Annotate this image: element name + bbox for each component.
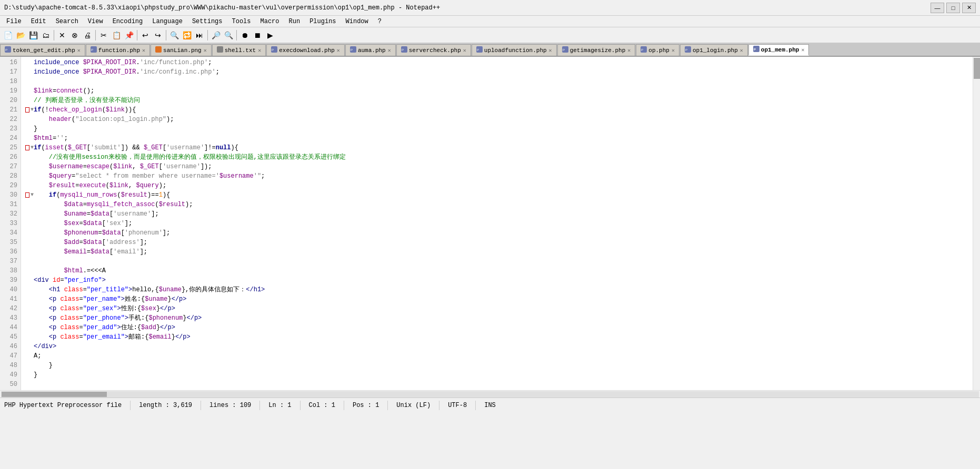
fold-marker-43 — [25, 313, 34, 323]
replace-btn[interactable]: 🔁 — [181, 29, 193, 41]
tab-6[interactable]: Pservercheck.php✕ — [396, 44, 471, 56]
code-content-24: $html=''; — [34, 134, 68, 143]
macro-stop-btn[interactable]: ⏹ — [252, 29, 263, 41]
tab-close-2[interactable]: ✕ — [204, 47, 207, 54]
menu-edit[interactable]: Edit — [27, 17, 51, 26]
find-btn[interactable]: 🔍 — [168, 29, 180, 41]
tab-9[interactable]: Pop.php✕ — [636, 44, 679, 56]
tab-close-5[interactable]: ✕ — [388, 47, 391, 54]
titlebar-title: D:\study\apache-tomcat-8.5.33\xiaopi\php… — [4, 4, 440, 12]
tab-close-1[interactable]: ✕ — [142, 47, 145, 54]
code-content-41: <p class="per_name">姓名:{$uname}</p> — [34, 294, 187, 304]
menu-language[interactable]: Language — [148, 17, 187, 26]
fold-marker-40 — [25, 285, 34, 294]
toolbar-sep3 — [137, 30, 137, 40]
fold-marker-16 — [25, 58, 34, 67]
tab-close-7[interactable]: ✕ — [549, 47, 552, 54]
code-content-27: $username=escape($link, $_GET['username'… — [34, 162, 212, 171]
tab-close-8[interactable]: ✕ — [627, 47, 631, 54]
tab-7[interactable]: Puploadfunction.php✕ — [472, 44, 557, 56]
open-button[interactable]: 📂 — [15, 29, 26, 41]
fold-marker-30[interactable]: ▼ — [25, 190, 34, 200]
menu-file[interactable]: File — [2, 17, 26, 26]
menu-settings[interactable]: Settings — [188, 17, 227, 26]
tab-3[interactable]: shell.txt✕ — [212, 44, 266, 56]
ins-label: INS — [484, 402, 496, 409]
menu-run[interactable]: Run — [285, 17, 305, 26]
new-button[interactable]: 📄 — [2, 29, 14, 41]
code-content-21: if(!check_op_login($link)){ — [34, 105, 136, 115]
tab-close-10[interactable]: ✕ — [740, 47, 743, 54]
line-num-38: 38 — [0, 266, 21, 276]
redo-btn[interactable]: ↪ — [152, 29, 164, 41]
tab-1[interactable]: Pfunction.php✕ — [86, 44, 150, 56]
code-content-44: <p class="per_add">住址:{$add}</p> — [34, 323, 175, 332]
right-scrollbar[interactable] — [973, 57, 980, 390]
menu-search[interactable]: Search — [52, 17, 83, 26]
titlebar: D:\study\apache-tomcat-8.5.33\xiaopi\php… — [0, 0, 980, 16]
svg-text:P: P — [351, 48, 353, 52]
hscroll-thumb[interactable] — [2, 392, 107, 397]
tab-5[interactable]: Pauma.php✕ — [345, 44, 396, 56]
tab-2[interactable]: sanLian.png✕ — [151, 44, 212, 56]
tab-10[interactable]: Pop1_login.php✕ — [680, 44, 748, 56]
code-area[interactable]: include_once $PIKA_ROOT_DIR.'inc/functio… — [21, 57, 973, 390]
fold-marker-17 — [25, 67, 34, 77]
code-line-21: ▼if(!check_op_login($link)){ — [25, 105, 973, 115]
breakpoint-marker[interactable] — [25, 192, 29, 198]
copy-btn[interactable]: 📋 — [111, 29, 122, 41]
tab-label-4: execdownload.php — [279, 47, 335, 54]
code-content-45: <p class="per_email">邮箱:{$email}</p> — [34, 332, 191, 342]
tab-close-9[interactable]: ✕ — [672, 47, 675, 54]
tab-4[interactable]: Pexecdownload.php✕ — [266, 44, 345, 56]
svg-text:P: P — [402, 48, 404, 52]
bottom-scrollbar[interactable] — [0, 390, 980, 397]
tab-icon-1: P — [91, 46, 97, 54]
paste-btn[interactable]: 📌 — [123, 29, 135, 41]
save-all-button[interactable]: 🗂 — [40, 29, 52, 41]
fold-marker-21[interactable]: ▼ — [25, 105, 34, 115]
menu-encoding[interactable]: Encoding — [108, 17, 147, 26]
print-btn[interactable]: 🖨 — [82, 29, 93, 41]
tab-label-6: servercheck.php — [409, 47, 461, 54]
code-line-18 — [25, 77, 973, 86]
tab-11[interactable]: Pop1_mem.php✕ — [748, 44, 809, 56]
line-num-45: 45 — [0, 332, 21, 342]
fold-marker-28 — [25, 171, 34, 181]
breakpoint-marker[interactable] — [25, 145, 29, 150]
tab-close-6[interactable]: ✕ — [463, 47, 466, 54]
zoom-in-btn[interactable]: 🔎 — [210, 29, 222, 41]
code-line-50 — [25, 380, 973, 389]
line-num-40: 40 — [0, 285, 21, 294]
tab-label-9: op.php — [648, 47, 669, 54]
tab-close-3[interactable]: ✕ — [258, 47, 261, 54]
tab-0[interactable]: Ptoken_get_edit.php✕ — [0, 44, 85, 56]
cut-btn[interactable]: ✂ — [98, 29, 109, 41]
maximize-button[interactable]: □ — [946, 3, 960, 13]
fold-marker-44 — [25, 323, 34, 332]
menu-plugins[interactable]: Plugins — [305, 17, 340, 26]
undo-btn[interactable]: ↩ — [139, 29, 151, 41]
minimize-button[interactable]: — — [931, 3, 944, 13]
menu-tools[interactable]: Tools — [227, 17, 255, 26]
close-all-btn[interactable]: ⊗ — [69, 29, 81, 41]
close-button[interactable]: ✕ — [962, 3, 976, 13]
tab-close-4[interactable]: ✕ — [337, 47, 340, 54]
tab-close-0[interactable]: ✕ — [77, 47, 81, 54]
zoom-out-btn[interactable]: 🔍 — [223, 29, 234, 41]
menu-view[interactable]: View — [84, 17, 107, 26]
fold-marker-25[interactable]: ▼ — [25, 143, 34, 152]
menu-?[interactable]: ? — [374, 17, 386, 26]
breakpoint-marker[interactable] — [25, 107, 29, 113]
macro-rec-btn[interactable]: ⏺ — [239, 29, 251, 41]
code-line-29: $result=execute($link, $query); — [25, 181, 973, 190]
find-next-btn[interactable]: ⏭ — [194, 29, 205, 41]
macro-play-btn[interactable]: ▶ — [264, 29, 276, 41]
tab-close-11[interactable]: ✕ — [801, 47, 804, 53]
menu-macro[interactable]: Macro — [256, 17, 284, 26]
tab-8[interactable]: Pgetimagesize.php✕ — [557, 44, 636, 56]
menu-window[interactable]: Window — [342, 17, 373, 26]
close-btn[interactable]: ✕ — [56, 29, 68, 41]
vscroll-thumb[interactable] — [974, 58, 980, 79]
save-button[interactable]: 💾 — [27, 29, 39, 41]
